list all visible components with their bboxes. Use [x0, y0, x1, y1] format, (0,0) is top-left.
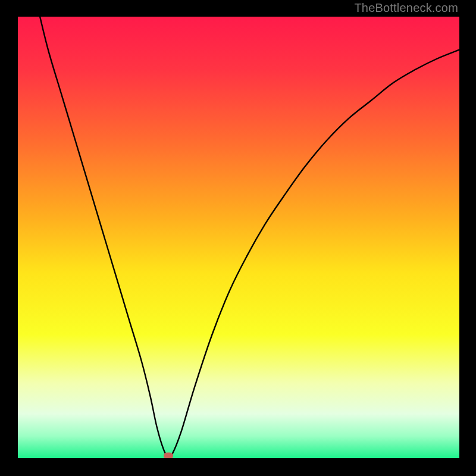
curve-layer [18, 17, 459, 458]
bottleneck-curve [40, 17, 459, 457]
watermark-text: TheBottleneck.com [354, 1, 458, 15]
plot-area [18, 17, 459, 458]
chart-container: TheBottleneck.com [0, 0, 476, 476]
optimum-marker [164, 452, 173, 458]
